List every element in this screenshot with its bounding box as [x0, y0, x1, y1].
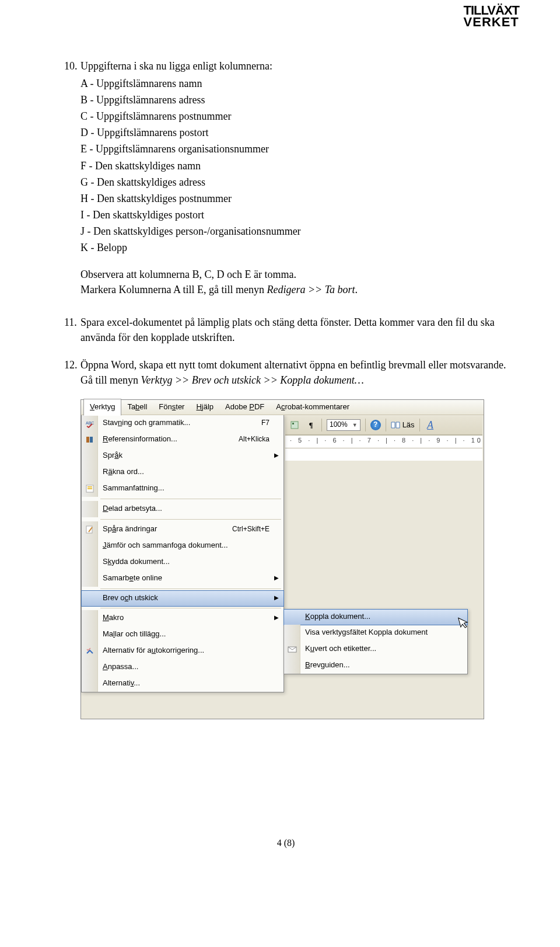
logo: TILLVÄXT VERKET: [464, 5, 519, 28]
autocorrect-icon: [85, 646, 94, 656]
menu-acrobat[interactable]: Acrobat-kommentarer: [270, 399, 355, 415]
menu-item-alternativ[interactable]: Alternativ...: [82, 676, 284, 692]
svg-text:ABC: ABC: [86, 421, 94, 425]
observation-block: Observera att kolumnerna B, C, D och E ä…: [80, 267, 508, 297]
menu-item-rakna[interactable]: Räkna ord...: [82, 464, 284, 481]
svg-rect-7: [88, 488, 92, 489]
ruler: · 5 · | · 6 · | · 7 · | · 8 · | · 9 · | …: [285, 436, 482, 448]
list-item-10: 10. Uppgifterna i ska nu ligga enligt ko…: [64, 58, 508, 255]
toolbar: ¶ 100% ▼ ? Läs A: [285, 416, 482, 435]
reference-icon: [85, 435, 94, 444]
menu-adobe[interactable]: Adobe PDF: [219, 399, 270, 415]
track-changes-icon: [85, 525, 94, 534]
submenu-kuvert[interactable]: Kuvert och etiketter...: [284, 641, 467, 657]
ruler-ticks: · 5 · | · 6 · | · 7 · | · 8 · | · 9 · | …: [288, 436, 482, 447]
menu-verktyg[interactable]: Verktyg: [83, 399, 121, 416]
item11-text: Spara excel-dokumentet på lämplig plats …: [80, 316, 495, 343]
menu-item-skydda[interactable]: Skydda dokument...: [82, 554, 284, 570]
chevron-right-icon: ▶: [274, 594, 279, 603]
menubar: Verktyg Tabell Fönster Hjälp Adobe PDF A…: [81, 400, 484, 415]
item12-text1: Öppna Word, skapa ett nytt tomt dokument…: [80, 359, 506, 371]
menu-item-brev-utskick[interactable]: Brev och utskick ▶: [81, 590, 284, 607]
chevron-right-icon: ▶: [274, 574, 279, 583]
summary-icon: [85, 484, 94, 493]
menu-item-jamfor[interactable]: Jämför och sammanfoga dokument...: [82, 538, 284, 554]
item-number: 11.: [64, 315, 77, 330]
envelope-icon: [288, 645, 297, 654]
chevron-right-icon: ▶: [274, 614, 279, 622]
item-number: 12.: [64, 357, 78, 372]
svg-rect-1: [292, 423, 294, 424]
menu-item-sammanfattning[interactable]: Sammanfattning...: [82, 481, 284, 497]
column-list: A - Uppgiftslämnarens namn B - Uppgiftsl…: [80, 76, 508, 255]
menu-item-samarbete[interactable]: Samarbete online ▶: [82, 570, 284, 587]
paragraph-icon[interactable]: ¶: [305, 419, 317, 431]
word-screenshot: Verktyg Tabell Fönster Hjälp Adobe PDF A…: [80, 399, 484, 719]
menu-item-makro[interactable]: Makro ▶: [82, 610, 284, 626]
ruler-area: · 5 · | · 6 · | · 7 · | · 8 · | · 9 · | …: [285, 435, 482, 461]
item12-text2: Gå till menyn Verktyg >> Brev och utskic…: [80, 374, 364, 386]
menu-hjalp[interactable]: Hjälp: [190, 399, 219, 415]
help-icon[interactable]: ?: [370, 420, 381, 430]
menu-item-referens[interactable]: Referensinformation... Alt+Klicka: [82, 431, 284, 448]
submenu-visa[interactable]: Visa verktygsfältet Koppla dokument: [284, 625, 467, 641]
menu-item-stavning[interactable]: ABC Stavning och grammatik... F7: [82, 415, 284, 431]
menu-fonster[interactable]: Fönster: [153, 399, 190, 415]
menu-item-delad[interactable]: Delad arbetsyta...: [82, 501, 284, 517]
item-number: 10.: [64, 58, 78, 74]
chevron-down-icon: ▼: [352, 422, 358, 429]
obs-line2: Markera Kolumnerna A till E, gå till men…: [80, 282, 508, 297]
menu-item-sprak[interactable]: Språk ▶: [82, 448, 284, 464]
verktyg-dropdown: ABC Stavning och grammatik... F7 Referen…: [81, 415, 284, 692]
menu-item-mallar[interactable]: Mallar och tillägg...: [82, 626, 284, 643]
list-item-11: 11. Spara excel-dokumentet på lämplig pl…: [64, 315, 508, 345]
list-item-12: 12. Öppna Word, skapa ett nytt tomt doku…: [64, 357, 508, 388]
submenu-koppla[interactable]: Koppla dokument...: [284, 609, 468, 625]
brev-utskick-submenu: Koppla dokument... Visa verktygsfältet K…: [284, 609, 468, 674]
toolbar-tail-icon[interactable]: A: [425, 419, 436, 431]
read-button[interactable]: Läs: [391, 420, 415, 431]
menu-item-anpassa[interactable]: Anpassa...: [82, 659, 284, 676]
menu-tabell[interactable]: Tabell: [121, 399, 153, 415]
zoom-field[interactable]: 100% ▼: [327, 419, 360, 431]
chevron-right-icon: ▶: [274, 451, 279, 460]
submenu-brevguiden[interactable]: Brevguiden...: [284, 657, 467, 674]
zoom-value: 100%: [330, 420, 348, 430]
logo-line2: VERKET: [464, 16, 519, 28]
item10-intro: Uppgifterna i ska nu ligga enligt kolumn…: [80, 60, 272, 72]
svg-rect-6: [88, 486, 92, 488]
menu-item-autokorr[interactable]: Alternativ för autokorrigering...: [82, 643, 284, 659]
menu-item-spara-andringar[interactable]: Spåra ändringar Ctrl+Skift+E: [82, 521, 284, 538]
spellcheck-icon: ABC: [85, 419, 94, 428]
svg-rect-4: [90, 437, 93, 443]
obs-line1: Observera att kolumnerna B, C, D och E ä…: [80, 267, 508, 282]
toolbar-icon[interactable]: [289, 419, 300, 431]
svg-rect-3: [86, 437, 89, 443]
page-footer: 4 (8): [64, 836, 508, 849]
svg-rect-0: [291, 422, 298, 429]
